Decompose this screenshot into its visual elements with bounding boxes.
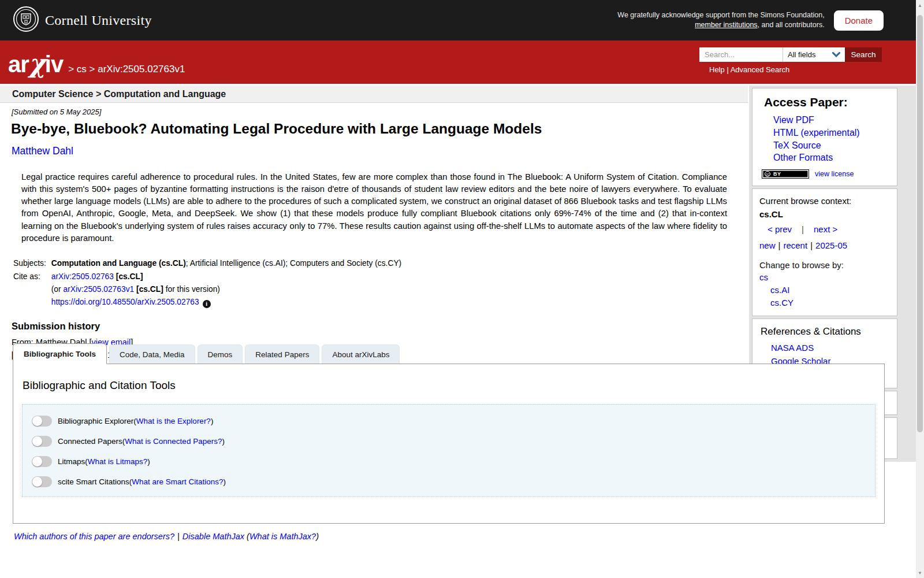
new-recent-separator: |	[778, 240, 781, 250]
cornell-seal-icon	[13, 6, 39, 35]
browse-cs-link[interactable]: cs	[759, 272, 768, 282]
what-is-connected-papers-link[interactable]: What is Connected Papers?	[125, 437, 222, 446]
search-help-row: Help | Advanced Search	[709, 65, 882, 74]
paper-title: Bye-bye, Bluebook? Automating Legal Proc…	[11, 121, 748, 137]
what-is-explorer-link[interactable]: What is the Explorer?	[136, 417, 211, 425]
arxiv-logo-ar: ar	[8, 51, 29, 77]
cc-by-license-badge[interactable]: cc BY	[762, 169, 809, 179]
cite-as-label: Cite as:	[13, 270, 51, 283]
view-pdf-link[interactable]: View PDF	[773, 115, 814, 125]
breadcrumb-paper-id: arXiv:2505.02763v1	[98, 64, 185, 75]
search-button[interactable]: Search	[845, 47, 882, 62]
endorsers-link[interactable]: Which authors of this paper are endorser…	[14, 532, 174, 541]
cc-icon: cc	[765, 171, 770, 177]
paren-close: )	[316, 532, 319, 541]
change-browse-title: Change to browse by:	[759, 259, 891, 271]
access-paper-title: Access Paper:	[764, 95, 891, 109]
support-text: We gratefully acknowledge support from t…	[598, 10, 825, 30]
scite-smart-citations-toggle[interactable]	[32, 476, 52, 487]
help-link[interactable]: Help	[709, 65, 725, 74]
connected-papers-toggle[interactable]	[32, 436, 52, 447]
tool-row-bibliographic-explorer: Bibliographic Explorer (What is the Expl…	[32, 416, 875, 427]
paren-close: )	[147, 457, 150, 466]
footer-separator: |	[177, 532, 180, 541]
next-link[interactable]: next >	[814, 224, 837, 234]
tab-code-data-media[interactable]: Code, Data, Media	[109, 344, 195, 364]
breadcrumb-sep: >	[68, 64, 74, 75]
field-selector-value: All fields	[788, 50, 815, 59]
cornell-logo-text: Cornell University	[45, 13, 152, 28]
chevron-down-icon	[832, 50, 840, 59]
breadcrumb: > cs > arXiv:2505.02763v1	[68, 64, 185, 75]
month-link[interactable]: 2025-05	[815, 240, 847, 250]
breadcrumb-cs-link[interactable]: cs	[77, 64, 87, 75]
cc-by-label: BY	[773, 171, 781, 177]
arxiv-logo[interactable]: arχiv	[8, 49, 63, 78]
info-icon[interactable]: i	[203, 300, 211, 308]
doi-link[interactable]: https://doi.org/10.48550/arXiv.2505.0276…	[51, 298, 199, 306]
advanced-search-link[interactable]: Advanced Search	[731, 65, 790, 74]
cite-version-suffix: for this version)	[163, 285, 220, 294]
search-input[interactable]	[699, 47, 783, 62]
bibliographic-explorer-toggle[interactable]	[32, 416, 52, 427]
view-license-link[interactable]: view license	[815, 170, 854, 178]
what-is-litmaps-link[interactable]: What is Litmaps?	[88, 457, 148, 466]
search-field-selector[interactable]: All fields	[783, 47, 845, 62]
vertical-scrollbar[interactable]: ▲ ▼	[916, 0, 924, 578]
scroll-up-arrow[interactable]: ▲	[916, 1, 924, 9]
abstract-text: Legal practice requires careful adherenc…	[21, 171, 727, 244]
arxiv-logo-x: χ	[29, 49, 45, 78]
recent-month-separator: |	[810, 240, 813, 250]
citation-tools-box: Bibliographic Explorer (What is the Expl…	[22, 404, 875, 497]
tool-label: scite Smart Citations	[58, 477, 129, 486]
what-is-mathjax-link[interactable]: What is MathJax?	[249, 532, 316, 541]
subjects-label: Subjects:	[13, 257, 51, 270]
cite-version-class: [cs.CL]	[136, 285, 163, 294]
recent-link[interactable]: recent	[783, 240, 807, 250]
support-text-part1: We gratefully acknowledge support from t…	[617, 11, 824, 19]
breadcrumb-sep: >	[90, 64, 95, 75]
tool-label: Bibliographic Explorer	[58, 417, 133, 425]
browse-cs-ai-link[interactable]: cs.AI	[770, 285, 789, 295]
subjects-secondary: ; Artificial Intelligence (cs.AI); Compu…	[186, 259, 401, 268]
browse-context-value: cs.CL	[759, 208, 891, 220]
cite-as-row: Cite as: arXiv:2505.02763 [cs.CL]	[13, 270, 401, 283]
new-link[interactable]: new	[759, 240, 776, 250]
tab-bibliographic-tools[interactable]: Bibliographic Tools	[13, 343, 107, 364]
browse-context-title: Current browse context:	[759, 195, 891, 207]
paren-close: )	[223, 477, 226, 486]
html-experimental-link[interactable]: HTML (experimental)	[773, 128, 860, 138]
author-link[interactable]: Matthew Dahl	[12, 145, 73, 157]
donate-button[interactable]: Donate	[834, 10, 884, 31]
arxiv-banner: arχiv > cs > arXiv:2505.02763v1 All fiel…	[0, 40, 916, 84]
prev-link[interactable]: < prev	[767, 224, 792, 234]
other-formats-link[interactable]: Other Formats	[773, 153, 833, 162]
tool-row-scite: scite Smart Citations (What are Smart Ci…	[32, 476, 875, 487]
member-institutions-link[interactable]: member institutions	[695, 21, 757, 29]
disable-mathjax-link[interactable]: Disable MathJax	[182, 532, 244, 541]
labs-tabs: Bibliographic Tools Code, Data, Media De…	[13, 344, 885, 364]
cornell-logo[interactable]: Cornell University	[13, 6, 152, 35]
arxiv-logo-iv: iv	[45, 51, 63, 77]
browse-cs-cy-link[interactable]: cs.CY	[770, 298, 793, 307]
paper-meta-table: Subjects: Computation and Language (cs.C…	[13, 257, 401, 309]
labs-panel-title: Bibliographic and Citation Tools	[23, 379, 884, 392]
tab-about-arxivlabs[interactable]: About arXivLabs	[322, 344, 400, 364]
labs-panel: Bibliographic and Citation Tools Bibliog…	[13, 364, 885, 524]
prevnext-separator: |	[802, 224, 804, 234]
submission-history-title: Submission history	[12, 321, 748, 332]
top-header: Cornell University We gratefully acknowl…	[0, 0, 916, 40]
what-are-smart-citations-link[interactable]: What are Smart Citations?	[132, 477, 223, 486]
tool-label: Litmaps	[58, 457, 85, 466]
access-paper-box: Access Paper: View PDF HTML (experimenta…	[752, 88, 897, 186]
cite-version-prefix: (or	[51, 285, 64, 294]
tex-source-link[interactable]: TeX Source	[773, 140, 821, 150]
litmaps-toggle[interactable]	[32, 456, 52, 467]
scroll-down-arrow[interactable]: ▼	[916, 569, 924, 577]
abstract-page-content: [Submitted on 5 May 2025] Bye-bye, Blueb…	[0, 104, 748, 361]
cite-version-link[interactable]: arXiv:2505.02763v1	[63, 285, 134, 294]
cite-arxiv-link[interactable]: arXiv:2505.02763	[51, 272, 114, 281]
tab-related-papers[interactable]: Related Papers	[245, 344, 319, 364]
tab-demos[interactable]: Demos	[198, 344, 243, 364]
scrollbar-thumb[interactable]	[917, 15, 923, 432]
